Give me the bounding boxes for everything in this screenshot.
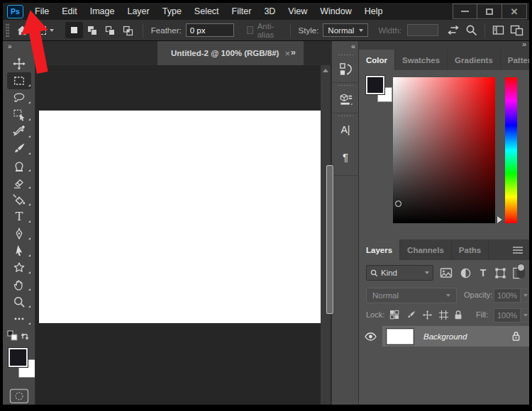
history-panel-icon[interactable] (332, 59, 359, 79)
tab-color[interactable]: Color (359, 50, 395, 70)
type-tool[interactable]: T (3, 208, 35, 225)
lock-artboard-icon[interactable] (437, 308, 450, 321)
lock-all-icon[interactable] (452, 308, 465, 321)
opacity-control[interactable]: 100% (494, 288, 529, 303)
fill-dropdown-icon[interactable] (521, 308, 529, 322)
tools-panel: » (3, 41, 35, 405)
intersect-selection-button[interactable] (118, 22, 136, 38)
layer-thumbnail[interactable] (387, 329, 414, 344)
close-button[interactable]: ✕ (502, 4, 527, 19)
filter-image-layers-icon[interactable] (438, 266, 454, 279)
tab-overflow-icon[interactable]: » (291, 47, 294, 57)
hue-slider-handle[interactable] (497, 216, 502, 223)
document-canvas[interactable] (39, 111, 321, 323)
layer-filter-toggle[interactable] (517, 264, 525, 278)
scroll-up-icon[interactable] (323, 69, 328, 72)
canvas-vertical-scrollbar[interactable] (321, 65, 331, 405)
panels-collapse-icon[interactable]: » (522, 40, 525, 48)
layer-filter-select[interactable]: Kind (366, 265, 433, 281)
panel-foreground-swatch[interactable] (366, 76, 384, 94)
layer-row-background[interactable]: Background (359, 326, 529, 347)
lock-position-icon[interactable] (421, 308, 433, 321)
lock-pixels-icon[interactable] (404, 308, 417, 321)
blend-mode-select[interactable]: Normal (366, 288, 457, 303)
more-tools-button[interactable] (3, 310, 35, 327)
path-selection-tool[interactable] (3, 242, 35, 259)
paint-bucket-tool[interactable] (3, 191, 35, 208)
eyedropper-tool[interactable] (3, 123, 35, 140)
pen-tool[interactable] (3, 225, 35, 242)
minimize-button[interactable] (453, 4, 477, 19)
opacity-dropdown-icon[interactable] (521, 288, 529, 303)
maximize-icon (486, 9, 493, 15)
lasso-tool[interactable] (3, 89, 35, 106)
opacity-value: 100% (494, 288, 521, 303)
dock-grip[interactable] (338, 54, 353, 56)
workspace-switcher-icon[interactable] (510, 24, 523, 36)
zoom-tool[interactable] (3, 293, 35, 310)
document-tab[interactable]: Untitled-2 @ 100% (RGB/8#) × (157, 41, 304, 65)
filter-shape-layers-icon[interactable] (492, 266, 508, 279)
options-bar-grip[interactable] (6, 23, 9, 38)
character-panel-icon[interactable]: A| (332, 120, 359, 140)
width-input[interactable] (407, 24, 438, 36)
filter-adjustment-layers-icon[interactable] (458, 266, 473, 279)
search-icon[interactable] (465, 24, 477, 36)
default-colors-icon[interactable] (7, 330, 18, 344)
menu-select[interactable]: Select (188, 3, 226, 20)
swap-dimensions-icon[interactable] (447, 24, 460, 36)
layer-row-highlight[interactable]: Background (382, 326, 529, 347)
tab-close-icon[interactable]: × (284, 48, 290, 59)
quick-mask-button[interactable] (9, 388, 29, 405)
workspace: » (3, 41, 529, 405)
tab-patterns[interactable]: Patterns (501, 50, 529, 70)
scrollbar-thumb[interactable] (326, 165, 333, 314)
menu-edit[interactable]: Edit (55, 3, 84, 20)
menu-view[interactable]: View (282, 3, 314, 20)
anti-alias-checkbox[interactable] (247, 26, 253, 34)
menu-filter[interactable]: Filter (226, 3, 258, 20)
tab-gradients[interactable]: Gradients (448, 50, 501, 70)
subtract-from-selection-button[interactable] (101, 22, 118, 38)
tab-layers[interactable]: Layers (359, 240, 400, 260)
menu-type[interactable]: Type (156, 3, 188, 20)
layers-panel-menu-icon[interactable] (512, 240, 529, 260)
clone-stamp-tool[interactable] (3, 157, 35, 174)
style-select[interactable]: Normal (323, 23, 368, 37)
hue-slider[interactable] (505, 77, 517, 223)
add-to-selection-button[interactable] (83, 22, 101, 38)
properties-panel-icon[interactable] (332, 89, 359, 109)
lock-transparency-icon[interactable] (388, 308, 401, 321)
feather-input[interactable] (186, 23, 234, 37)
swap-colors-icon[interactable] (20, 331, 31, 344)
menu-window[interactable]: Window (314, 3, 358, 20)
dock-grip[interactable] (338, 115, 353, 117)
tab-paths[interactable]: Paths (452, 240, 489, 260)
color-field-cursor[interactable] (395, 201, 401, 207)
foreground-color-swatch[interactable] (9, 348, 28, 367)
layers-panel-tabs-row: LayersChannelsPaths (359, 240, 529, 260)
maximize-button[interactable] (477, 4, 502, 19)
filter-type-layers-icon[interactable]: T (475, 266, 491, 279)
brush-tool[interactable] (3, 140, 35, 157)
saturation-brightness-field[interactable] (393, 77, 495, 223)
new-selection-button[interactable] (65, 22, 83, 38)
eraser-tool[interactable] (3, 174, 35, 191)
layer-lock-icon[interactable] (511, 331, 521, 342)
menu-3d[interactable]: 3D (257, 3, 282, 20)
color-panel-tabs: ColorSwatchesGradientsPatterns (359, 50, 529, 70)
tab-swatches[interactable]: Swatches (395, 50, 448, 70)
dock-grip[interactable] (338, 84, 353, 86)
paragraph-panel-icon[interactable]: ¶ (332, 147, 359, 167)
hand-tool[interactable] (3, 276, 35, 293)
object-selection-tool[interactable] (3, 106, 35, 123)
tab-channels[interactable]: Channels (400, 240, 452, 260)
dock-collapse-icon[interactable]: « (332, 41, 358, 52)
menu-layer[interactable]: Layer (121, 3, 155, 20)
fill-control[interactable]: 100% (494, 308, 529, 322)
menu-image[interactable]: Image (84, 3, 121, 20)
layer-visibility-toggle[interactable] (359, 326, 382, 347)
panel-layout-icon[interactable] (492, 25, 504, 35)
menu-help[interactable]: Help (358, 3, 389, 20)
custom-shape-tool[interactable] (3, 259, 35, 276)
